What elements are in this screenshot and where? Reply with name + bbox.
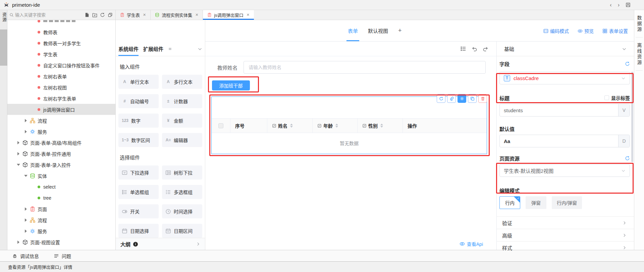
resources-rail-tab[interactable]: 资源 [1,10,7,22]
undo-icon[interactable] [472,46,477,52]
palette-item-auto-number[interactable]: #自动编号 [118,94,159,108]
palette-menu-icon[interactable] [168,47,172,51]
预览-button[interactable]: 预览 [578,27,594,34]
sort-desc-icon[interactable] [335,126,338,128]
tree-item-流程[interactable]: 流程 [7,115,115,126]
debug-bar-调试信息[interactable]: 调试信息 [12,253,39,259]
sort-icon[interactable] [290,124,293,128]
close-icon[interactable]: ✕ [247,13,250,17]
teacher-name-input[interactable] [244,61,486,74]
widget-sync-button[interactable] [437,94,445,103]
refresh-icon[interactable] [100,12,105,17]
title-input[interactable] [500,104,618,116]
collapse-icon[interactable] [108,12,113,17]
tree-item-自定义窗口操作按钮及事件[interactable]: 自定义窗口操作按钮及事件 [7,60,115,71]
tree-right-arrow-icon[interactable] [24,207,28,211]
props-scrollbar[interactable] [631,72,633,162]
file-tab-2[interactable]: js调用弹出窗口✕ [203,10,254,20]
palette-item-time[interactable]: 时间选择 [162,204,202,218]
sort-asc-icon[interactable] [335,124,338,125]
close-icon[interactable]: ✕ [143,13,146,17]
tree-item-左树右表单[interactable]: 左树右表单 [7,71,115,82]
table-widget[interactable]: 序号姓名年龄性别操作 暂无数据 [211,96,487,154]
tree-item-页面-表单-高级/布局组件[interactable]: 页面-表单-高级/布局组件 [7,137,115,148]
tree-right-arrow-icon[interactable] [17,141,20,144]
tree-item-页面-视图设置[interactable]: 页面-视图设置 [7,236,115,248]
add-class-cadre-button[interactable]: 添加班干部 [212,80,250,90]
edit-mode-option-2[interactable]: 行内/弹窗 [552,196,582,209]
save-icon[interactable] [626,2,631,7]
view-api-link[interactable]: 查看Api [460,241,483,247]
tree-item-实体[interactable]: 实体 [7,170,115,181]
palette-item-select[interactable]: 下拉选择 [118,165,159,180]
file-tab-1[interactable]: 流程实例实体集✕ [151,10,203,20]
tree-item-左树右视图[interactable]: 左树右视图 [7,82,115,93]
edit-mode-option-0[interactable]: 行内✓ [499,196,520,209]
编码模式-button[interactable]: 编码模式 [543,27,569,34]
tree-right-arrow-icon[interactable] [24,218,28,222]
close-icon[interactable]: ✕ [195,13,198,17]
tree-item-服务[interactable]: 服务 [7,126,115,137]
outline-row[interactable]: 大纲 [116,238,205,250]
props-header[interactable]: 基础 [497,42,634,56]
edit-mode-option-1[interactable]: 弹窗 [526,196,546,209]
palette-item-date-range[interactable]: 日期区间 [162,224,202,238]
default-value-input[interactable] [500,135,618,147]
sort-desc-icon[interactable] [380,126,383,128]
select-all-checkbox[interactable] [218,123,223,128]
sort-desc-icon[interactable] [290,126,293,128]
tree-item-教师表[interactable]: 教师表 [7,26,115,38]
palette-tab-system[interactable]: 系统组件 [118,42,139,56]
file-tab-0[interactable]: 学生表✕ [116,10,151,20]
palette-item-number[interactable]: 123数字 [118,114,159,128]
tree-item-服务[interactable]: 服务 [7,225,115,236]
tree-item-教师表一对多学生[interactable]: 教师表一对多学生 [7,38,115,49]
tree-right-arrow-icon[interactable] [17,241,20,244]
sort-asc-icon[interactable] [290,124,293,125]
redo-icon[interactable] [483,46,488,52]
new-folder-icon[interactable] [92,12,97,17]
palette-item-number-range[interactable]: 1~3数字区间 [118,133,159,147]
widget-settings-button[interactable] [458,94,466,103]
title-suffix-button[interactable]: V [618,104,630,116]
default-suffix-button[interactable]: D [618,135,630,147]
tree-down-arrow-icon[interactable] [24,174,28,178]
palette-item-checkbox-group[interactable]: 多选框组 [162,185,202,199]
tree-item-页面[interactable]: 页面 [7,203,115,214]
page-resource-select[interactable]: 学生表-默认视图2视图 [499,164,630,177]
tree-item-流程[interactable]: 流程 [7,214,115,225]
palette-item-editor[interactable]: A≡编辑器 [162,133,202,147]
tree-item-页面-表单-录入控件[interactable]: 页面-表单-录入控件 [7,159,115,170]
widget-copy-button[interactable] [468,94,477,103]
refresh-icon[interactable] [625,156,630,161]
tree-right-arrow-icon[interactable] [24,119,28,122]
palette-item-tree-select[interactable]: 树形下拉 [162,165,202,180]
nav-back-icon[interactable]: ‹ [610,2,611,8]
tree-item-clipped[interactable] [7,20,115,26]
tree-right-arrow-icon[interactable] [17,152,20,155]
tree-item-tree[interactable]: tree [7,192,115,203]
props-section-高级[interactable]: 高级 [497,229,634,241]
right-rail-数据源[interactable]: 数据源 [636,10,643,37]
sort-icon[interactable] [335,124,338,128]
palette-collapse-icon[interactable] [198,47,202,51]
palette-item-date[interactable]: 日期选择 [118,224,159,238]
widget-link-button[interactable] [447,94,456,103]
tree-item-select[interactable]: select [7,181,115,192]
search-input[interactable] [15,12,83,17]
palette-item-single-text[interactable]: A单行文本 [118,75,159,89]
tree-right-arrow-icon[interactable] [24,130,28,133]
chevron-down-icon[interactable] [622,47,627,51]
props-section-样式[interactable]: 样式 [497,241,634,254]
props-section-验证[interactable]: 验证 [497,216,634,229]
chevron-right-icon[interactable] [196,242,200,246]
checkbox[interactable] [604,95,609,100]
tree-item-js调用弹出窗口[interactable]: js调用弹出窗口 [7,104,115,115]
表单设置-button[interactable]: 表单设置 [602,27,628,34]
tree-item-页面-表单-控件通用[interactable]: 页面-表单-控件通用 [7,148,115,159]
sort-icon[interactable] [380,124,383,128]
palette-item-radio-group[interactable]: 单选框组 [118,185,159,199]
view-tab-0[interactable]: 表单 [348,20,358,41]
debug-bar-问题[interactable]: 问题 [54,253,71,259]
tree-down-arrow-icon[interactable] [17,163,20,166]
